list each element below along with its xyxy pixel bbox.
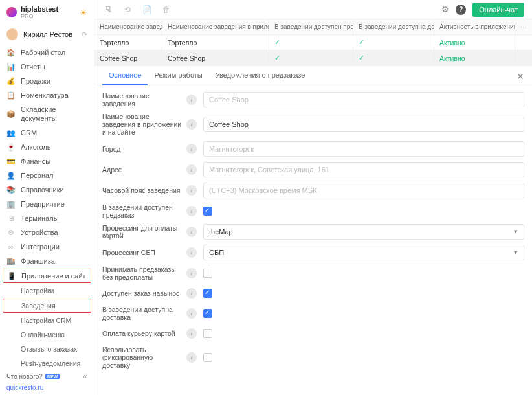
info-icon[interactable]: i [186,164,197,175]
table-header: Наименование заведения⇅ Наименование зав… [94,19,532,35]
sidebar-item-5[interactable]: 👥CRM [0,126,94,140]
user-row[interactable]: Кирилл Рестов ⟳ [0,25,94,45]
sidebar-item-4[interactable]: 📦Складские документы [0,102,94,126]
table-row[interactable]: Coffee ShopCoffee Shop✓✓Активно [94,51,532,66]
form: Наименование заведенияiНаименование заве… [94,85,532,376]
label-city: Город [102,145,186,153]
input-city[interactable] [203,141,524,157]
delete-icon[interactable]: 🗑 [161,4,172,16]
info-icon[interactable]: i [186,288,197,299]
sidebar-item-17[interactable]: Заведения [3,299,91,313]
tab-schedule[interactable]: Режим работы [148,66,208,85]
online-chat-button[interactable]: Онлайн-чат [472,3,524,17]
sidebar-item-15[interactable]: 📱Приложение и сайт [3,269,91,283]
tab-notifications[interactable]: Уведомления о предзаказе [209,66,312,85]
help-icon[interactable]: ? [456,5,466,15]
table-menu-icon[interactable]: ⋯ [515,23,532,30]
copy-icon[interactable]: 📄 [141,4,153,16]
col-delivery[interactable]: В заведении доступна доставка⇅ [353,19,434,34]
sidebar-item-6[interactable]: 🍷Алкоголь [0,140,94,154]
sidebar-item-13[interactable]: ∞Интеграции [0,240,94,254]
sidebar-item-8[interactable]: 👤Персонал [0,168,94,183]
input-app_name[interactable] [203,117,524,132]
info-icon[interactable]: i [186,268,197,278]
sidebar-item-0[interactable]: 🏠Рабочий стол [0,45,94,60]
workspace-subtitle: PRO [21,13,58,19]
info-icon[interactable]: i [186,227,197,237]
input-tz[interactable] [203,183,524,198]
whats-new-link[interactable]: Что нового? NEW « [6,370,87,383]
cell-status: Активно [434,51,515,65]
refresh-icon[interactable]: ⟳ [82,30,87,39]
nav-label: Рабочий стол [21,48,65,57]
sidebar-item-20[interactable]: Отзывы о заказах [0,342,94,356]
sidebar-item-14[interactable]: 🏬Франшиза [0,254,94,268]
checkbox-fixed_delivery[interactable] [203,353,212,362]
nav-icon: 🖥 [6,214,16,223]
col-status[interactable]: Активность в приложении и … [434,19,515,34]
input-sbp_proc[interactable] [203,245,524,260]
checkbox-preorder[interactable] [203,207,212,216]
checkbox-no_prepay[interactable] [203,269,212,278]
footer-link[interactable]: quickresto.ru [6,383,87,392]
nav-icon: 📋 [6,91,16,100]
col-name[interactable]: Наименование заведения⇅ [94,19,162,34]
sidebar-item-11[interactable]: 🖥Терминалы [0,211,94,225]
sidebar-item-2[interactable]: 💰Продажи [0,74,94,88]
info-icon[interactable]: i [186,206,197,216]
info-icon[interactable]: i [186,247,197,258]
save-icon[interactable]: 🖫 [102,4,114,16]
info-icon[interactable]: i [186,119,197,130]
sidebar-item-3[interactable]: 📋Номенклатура [0,88,94,102]
info-icon[interactable]: i [186,185,197,196]
input-address[interactable] [203,162,524,177]
sidebar-item-9[interactable]: 📚Справочники [0,183,94,197]
sidebar-nav: 🏠Рабочий стол📊Отчеты💰Продажи📋Номенклатур… [0,45,94,367]
sidebar: hiplabstest PRO ☀ Кирилл Рестов ⟳ 🏠Рабоч… [0,0,94,395]
nav-label: Персонал [21,171,54,180]
col-preorder[interactable]: В заведении доступен предзаказ⇅ [269,19,353,34]
collapse-icon[interactable]: « [83,372,87,381]
cell-app-name: Coffee Shop [162,51,269,65]
cell-delivery: ✓ [353,51,434,65]
nav-icon: 📚 [6,185,16,194]
input-name[interactable] [203,92,524,107]
sidebar-item-10[interactable]: 🏢Предприятие [0,197,94,211]
sidebar-item-19[interactable]: Онлайн-меню [0,328,94,342]
nav-label: Номенклатура [21,91,69,100]
label-fixed_delivery: Использовать фиксированную доставку [102,346,186,369]
tab-main[interactable]: Основное [102,66,148,85]
checkbox-delivery[interactable] [203,309,212,318]
main: 🖫 ⟲ 📄 🗑 ⚙ ? Онлайн-чат Наименование заве… [94,0,532,395]
close-icon[interactable]: ✕ [516,71,524,82]
filter-icon[interactable]: ⚙ [441,5,449,14]
table-row[interactable]: ТортеллоТортелло✓✓Активно [94,35,532,51]
label-sbp_proc: Процессинг СБП [102,249,186,256]
info-icon[interactable]: i [186,144,197,154]
sidebar-item-18[interactable]: Настройки CRM [0,313,94,328]
sidebar-item-16[interactable]: Настройки [0,284,94,298]
avatar [6,28,18,40]
label-address: Адрес [102,166,186,174]
workspace-title: hiplabstest [21,5,58,13]
checkbox-takeout[interactable] [203,289,212,298]
info-icon[interactable]: i [186,328,197,339]
info-icon[interactable]: i [186,308,197,319]
label-delivery: В заведении доступна доставка [102,306,186,321]
info-icon[interactable]: i [186,352,197,363]
sidebar-item-12[interactable]: ⚙Устройства [0,225,94,240]
nav-label: Заведения [21,301,56,310]
sync-icon[interactable]: ⟲ [122,4,133,16]
col-app-name[interactable]: Наименование заведения в приложении …⇅ [162,19,269,34]
sidebar-item-7[interactable]: 💳Финансы [0,154,94,168]
input-card_proc[interactable] [203,224,524,240]
nav-label: CRM [21,128,37,137]
sidebar-item-21[interactable]: Push-уведомления [0,356,94,367]
checkbox-courier_card[interactable] [203,329,212,338]
theme-icon[interactable]: ☀ [80,8,87,17]
label-tz: Часовой пояс заведения [102,186,186,194]
cell-delivery: ✓ [353,35,434,50]
sidebar-item-1[interactable]: 📊Отчеты [0,60,94,74]
nav-icon: ⚙ [6,228,16,237]
info-icon[interactable]: i [186,95,197,105]
